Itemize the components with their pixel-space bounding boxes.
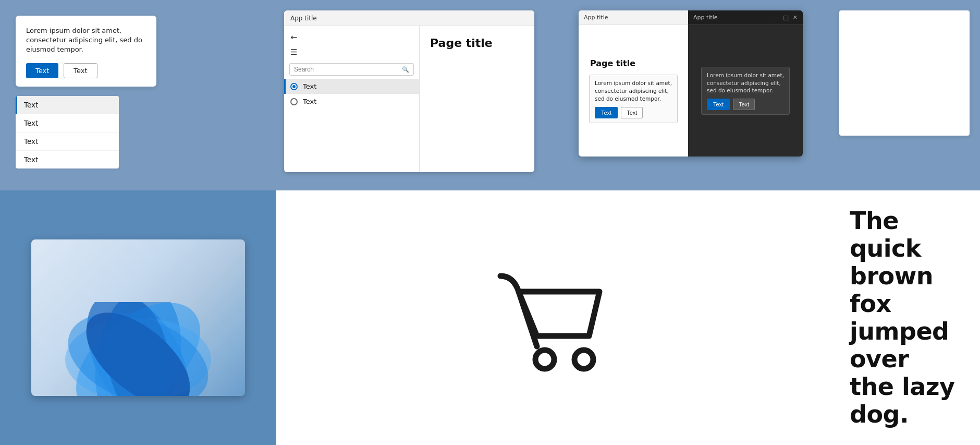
list-item[interactable]: Text [16, 114, 119, 133]
split-window: App title Page title Lorem ipsum dolor s… [579, 10, 803, 157]
split-light-panel: App title Page title Lorem ipsum dolor s… [579, 10, 688, 157]
titlebar-light: App title [579, 10, 688, 25]
list-box: Text Text Text Text [16, 96, 119, 169]
app-window: App title ← ☰ 🔍 Text Text [284, 10, 534, 172]
maximize-icon[interactable]: □ [783, 14, 788, 21]
content-light: Page title Lorem ipsum dolor sit amet, c… [579, 25, 688, 157]
minimize-icon[interactable]: — [773, 14, 779, 21]
nav-item-1[interactable]: Text [284, 79, 419, 94]
app-sidebar: ← ☰ 🔍 Text Text [284, 26, 420, 172]
window-controls: — □ ✕ [773, 14, 798, 21]
dialog-secondary-button[interactable]: Text [64, 63, 97, 78]
browser-preview [31, 239, 245, 396]
tooltip-secondary-btn-light[interactable]: Text [621, 107, 643, 118]
title-light: App title [584, 14, 608, 21]
radio-empty-icon [290, 98, 298, 105]
tooltip-text-light: Lorem ipsum dolor sit amet, consectetur … [595, 79, 672, 102]
tooltip-buttons-dark: Text Text [707, 99, 784, 110]
tooltip-light: Lorem ipsum dolor sit amet, consectetur … [589, 75, 678, 123]
tooltip-primary-btn-light[interactable]: Text [595, 107, 618, 118]
list-item[interactable]: Text [16, 96, 119, 114]
windows-bloom-icon [50, 302, 227, 396]
app-title: App title [290, 15, 528, 22]
tooltip-text-dark: Lorem ipsum dolor sit amet, consectetur … [707, 71, 784, 94]
app-body: ← ☰ 🔍 Text Text Page [284, 26, 534, 172]
shopping-cart-icon [485, 250, 620, 386]
dialog-primary-button[interactable]: Text [26, 63, 58, 78]
cell-shopping-cart [276, 190, 829, 445]
tooltip-secondary-btn-dark[interactable]: Text [733, 99, 755, 110]
close-icon[interactable]: ✕ [793, 14, 798, 21]
white-card [839, 10, 970, 136]
nav-label-1: Text [303, 82, 316, 90]
content-dark: Lorem ipsum dolor sit amet, consectetur … [688, 25, 803, 157]
tooltip-dark: Lorem ipsum dolor sit amet, consectetur … [701, 67, 790, 115]
list-item[interactable]: Text [16, 133, 119, 151]
title-dark: App title [693, 14, 718, 21]
dialog-text: Lorem ipsum dolor sit amet, consectetur … [26, 26, 146, 55]
tooltip-primary-btn-dark[interactable]: Text [707, 99, 730, 110]
page-title: Page title [430, 37, 493, 50]
cell-white-card [829, 0, 980, 190]
dialog-box: Lorem ipsum dolor sit amet, consectetur … [16, 16, 156, 87]
nav-item-2[interactable]: Text [284, 94, 419, 109]
page-title-light: Page title [590, 58, 635, 68]
hamburger-icon[interactable]: ☰ [284, 44, 419, 60]
cell-top-left: Lorem ipsum dolor sit amet, consectetur … [0, 0, 276, 190]
quote-text: The quick brown fox jumped over the lazy… [850, 207, 959, 428]
cell-split-dialog: App title Page title Lorem ipsum dolor s… [553, 0, 829, 190]
back-button[interactable]: ← [284, 30, 419, 44]
cell-top-middle: App title ← ☰ 🔍 Text Text [276, 0, 553, 190]
search-container: 🔍 [289, 63, 414, 76]
search-input[interactable] [294, 66, 399, 73]
search-icon: 🔍 [402, 66, 409, 73]
svg-point-8 [574, 350, 593, 369]
dialog-buttons: Text Text [26, 63, 146, 78]
svg-point-7 [535, 350, 554, 369]
radio-filled-icon [290, 83, 298, 90]
list-item[interactable]: Text [16, 151, 119, 169]
nav-label-2: Text [303, 98, 316, 105]
cart-container [485, 250, 620, 386]
tooltip-buttons-light: Text Text [595, 107, 672, 118]
app-titlebar: App title [284, 10, 534, 26]
titlebar-dark: App title — □ ✕ [688, 10, 803, 25]
cell-quote: The quick brown fox jumped over the lazy… [829, 190, 980, 445]
cell-browser-preview [0, 190, 276, 445]
app-content: Page title [420, 26, 534, 172]
split-dark-panel: App title — □ ✕ Lorem ipsum dolor sit am… [688, 10, 803, 157]
